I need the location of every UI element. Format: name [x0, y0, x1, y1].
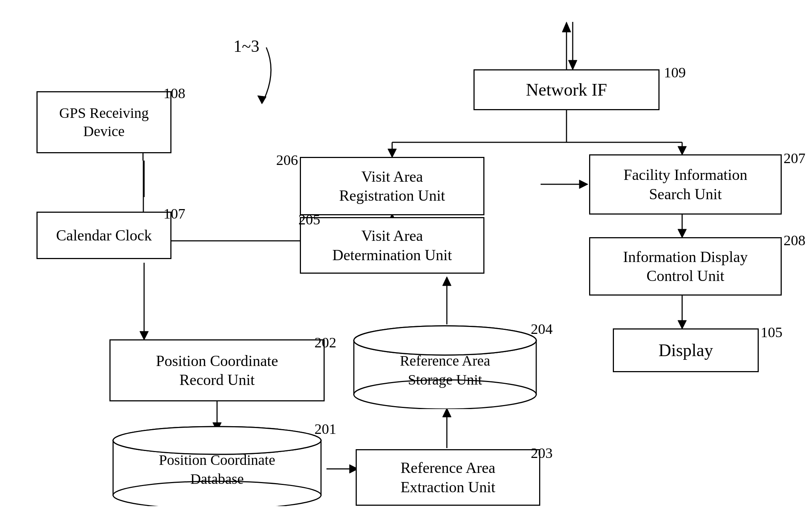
facility-label: Facility InformationSearch Unit — [623, 165, 747, 204]
svg-marker-9 — [678, 146, 687, 155]
visit-reg-number: 206 — [276, 151, 298, 169]
display-number: 105 — [761, 324, 782, 341]
info-display-number: 208 — [784, 232, 805, 249]
ref-extract-box: Reference AreaExtraction Unit — [356, 449, 540, 506]
diagram: Network IF 109 GPS ReceivingDevice 108 C… — [0, 0, 812, 528]
ref-storage-cylinder: Reference AreaStorage Unit — [350, 325, 540, 409]
svg-marker-31 — [678, 229, 687, 238]
pos-rec-label: Position CoordinateRecord Unit — [156, 351, 278, 390]
pos-rec-number: 202 — [314, 334, 336, 351]
gps-box: GPS ReceivingDevice — [36, 91, 171, 153]
svg-marker-34 — [258, 96, 266, 104]
svg-marker-33 — [678, 320, 687, 329]
facility-number: 207 — [784, 150, 805, 167]
visit-det-number: 205 — [298, 211, 320, 228]
network-if-box: Network IF — [473, 69, 660, 110]
calendar-box: Calendar Clock — [36, 212, 171, 259]
ref-extract-number: 203 — [531, 444, 553, 462]
pos-db-cylinder: Position CoordinateDatabase — [109, 426, 325, 506]
display-box: Display — [613, 328, 759, 372]
pos-db-number: 201 — [314, 420, 336, 438]
network-if-number: 109 — [664, 64, 686, 81]
facility-box: Facility InformationSearch Unit — [589, 154, 782, 215]
annotation-label: 1~3 — [233, 36, 259, 56]
pos-rec-box: Position CoordinateRecord Unit — [109, 339, 325, 401]
visit-det-label: Visit AreaDetermination Unit — [332, 226, 452, 265]
gps-number: 108 — [163, 85, 185, 102]
svg-marker-7 — [388, 149, 397, 158]
display-label: Display — [658, 339, 713, 361]
pos-db-label: Position CoordinateDatabase — [152, 443, 283, 496]
svg-marker-1 — [562, 22, 571, 32]
visit-reg-label: Visit AreaRegistration Unit — [339, 167, 445, 205]
ref-storage-number: 204 — [531, 320, 553, 338]
calendar-number: 107 — [163, 205, 185, 222]
svg-marker-29 — [442, 277, 451, 286]
svg-marker-27 — [442, 408, 451, 417]
visit-det-box: Visit AreaDetermination Unit — [300, 217, 484, 274]
ref-extract-label: Reference AreaExtraction Unit — [401, 458, 495, 497]
info-display-box: Information DisplayControl Unit — [589, 237, 782, 296]
calendar-label: Calendar Clock — [56, 226, 152, 245]
svg-marker-18 — [140, 331, 148, 340]
info-display-label: Information DisplayControl Unit — [623, 247, 748, 286]
gps-label: GPS ReceivingDevice — [59, 104, 149, 140]
visit-reg-box: Visit AreaRegistration Unit — [300, 157, 484, 215]
ref-storage-label: Reference AreaStorage Unit — [393, 344, 498, 397]
svg-marker-11 — [579, 180, 588, 189]
svg-marker-3 — [568, 60, 577, 70]
network-if-label: Network IF — [526, 79, 607, 101]
